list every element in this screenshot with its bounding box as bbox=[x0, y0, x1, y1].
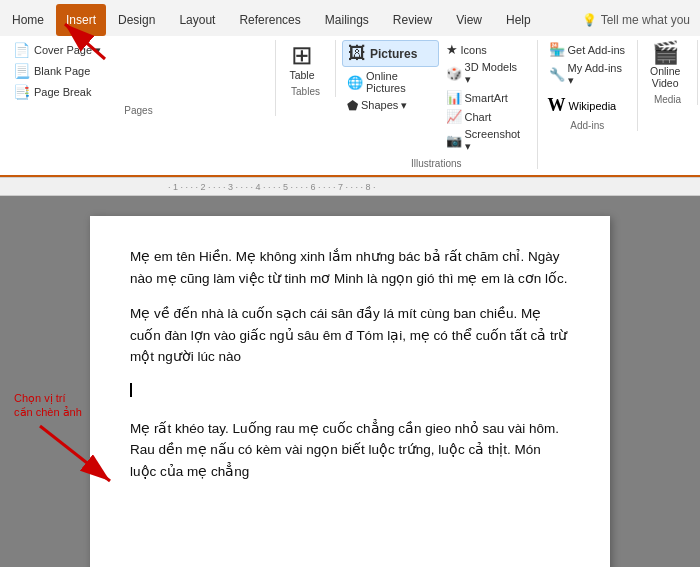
online-video-button[interactable]: 🎬 Online Video bbox=[644, 40, 686, 91]
tables-label: Tables bbox=[282, 83, 329, 97]
page-break-button[interactable]: 📑 Page Break bbox=[8, 82, 269, 102]
online-pictures-icon: 🌐 bbox=[347, 75, 363, 90]
pictures-button[interactable]: 🖼 Pictures bbox=[342, 40, 439, 67]
document-area: Chọn vị trícần chèn ảnh Mẹ em tên Hiền. … bbox=[0, 196, 700, 567]
tab-layout[interactable]: Layout bbox=[167, 4, 227, 36]
pages-buttons: 📄 Cover Page ▾ 📃 Blank Page 📑 Page Break bbox=[8, 40, 269, 102]
group-pages: 📄 Cover Page ▾ 📃 Blank Page 📑 Page Break… bbox=[2, 40, 276, 116]
get-addins-icon: 🏪 bbox=[549, 42, 565, 57]
annotation-text: Chọn vị trícần chèn ảnh bbox=[14, 391, 94, 420]
icons-icon: ★ bbox=[446, 42, 458, 57]
pictures-icon: 🖼 bbox=[348, 43, 366, 64]
tab-references[interactable]: References bbox=[227, 4, 312, 36]
paragraph-cursor bbox=[130, 382, 570, 404]
icons-button[interactable]: ★ Icons bbox=[441, 40, 531, 59]
smartart-button[interactable]: 📊 SmartArt bbox=[441, 88, 531, 107]
table-icon: ⊞ bbox=[291, 42, 313, 68]
get-addins-button[interactable]: 🏪 Get Add-ins bbox=[544, 40, 631, 59]
chart-button[interactable]: 📈 Chart bbox=[441, 107, 531, 126]
tables-buttons: ⊞ Table bbox=[282, 40, 322, 83]
addins-buttons: 🏪 Get Add-ins 🔧 My Add-ins ▾ W Wikipedia bbox=[544, 40, 631, 117]
pages-label: Pages bbox=[8, 102, 269, 116]
tell-me-bar[interactable]: 💡 Tell me what you bbox=[572, 4, 700, 36]
illustrations-label: Illustrations bbox=[342, 155, 531, 169]
paragraph-2: Mẹ về đến nhà là cuốn sạch cái sân đầy l… bbox=[130, 303, 570, 368]
table-button[interactable]: ⊞ Table bbox=[282, 40, 322, 83]
tab-design[interactable]: Design bbox=[106, 4, 167, 36]
page-break-icon: 📑 bbox=[13, 84, 30, 100]
ribbon-content: 📄 Cover Page ▾ 📃 Blank Page 📑 Page Break… bbox=[0, 36, 700, 177]
cover-page-icon: 📄 bbox=[13, 42, 30, 58]
online-pictures-button[interactable]: 🌐 Online Pictures bbox=[342, 68, 439, 96]
media-buttons: 🎬 Online Video bbox=[644, 40, 686, 91]
tab-bar: Home Insert Design Layout References Mai… bbox=[0, 0, 700, 36]
tab-insert[interactable]: Insert bbox=[56, 4, 106, 36]
my-addins-button[interactable]: 🔧 My Add-ins ▾ bbox=[544, 60, 631, 89]
blank-page-icon: 📃 bbox=[13, 63, 30, 79]
tab-view[interactable]: View bbox=[444, 4, 494, 36]
tab-home[interactable]: Home bbox=[0, 4, 56, 36]
3d-models-icon: 🎲 bbox=[446, 66, 462, 81]
wikipedia-icon: W bbox=[548, 95, 566, 116]
paragraph-3: Mẹ rất khéo tay. Luống rau mẹ cuốc chẳng… bbox=[130, 418, 570, 483]
3d-models-button[interactable]: 🎲 3D Models ▾ bbox=[441, 59, 531, 88]
media-label: Media bbox=[644, 91, 691, 105]
smartart-icon: 📊 bbox=[446, 90, 462, 105]
group-media: 🎬 Online Video Media bbox=[638, 40, 698, 105]
document-page[interactable]: Mẹ em tên Hiền. Mẹ không xinh lắm nhưng … bbox=[90, 216, 610, 567]
chart-icon: 📈 bbox=[446, 109, 462, 124]
shapes-icon: ⬟ bbox=[347, 98, 358, 113]
tab-mailings[interactable]: Mailings bbox=[313, 4, 381, 36]
text-cursor bbox=[130, 383, 132, 397]
tab-review[interactable]: Review bbox=[381, 4, 444, 36]
blank-page-button[interactable]: 📃 Blank Page bbox=[8, 61, 269, 81]
online-video-icon: 🎬 bbox=[652, 42, 679, 64]
paragraph-1: Mẹ em tên Hiền. Mẹ không xinh lắm nhưng … bbox=[130, 246, 570, 289]
tab-help[interactable]: Help bbox=[494, 4, 543, 36]
cover-page-button[interactable]: 📄 Cover Page ▾ bbox=[8, 40, 269, 60]
lightbulb-icon: 💡 bbox=[582, 13, 597, 27]
ruler: · 1 · · · · 2 · · · · 3 · · · · 4 · · · … bbox=[0, 178, 700, 196]
group-illustrations: 🖼 Pictures 🌐 Online Pictures ⬟ Shapes ▾ bbox=[336, 40, 538, 169]
group-tables: ⊞ Table Tables bbox=[276, 40, 336, 97]
screenshot-button[interactable]: 📷 Screenshot ▾ bbox=[441, 126, 531, 155]
my-addins-icon: 🔧 bbox=[549, 67, 565, 82]
addins-label: Add-ins bbox=[544, 117, 631, 131]
wikipedia-label: Wikipedia bbox=[569, 100, 617, 112]
screenshot-icon: 📷 bbox=[446, 133, 462, 148]
group-addins: 🏪 Get Add-ins 🔧 My Add-ins ▾ W Wikipedia… bbox=[538, 40, 638, 131]
shapes-button[interactable]: ⬟ Shapes ▾ bbox=[342, 96, 439, 115]
